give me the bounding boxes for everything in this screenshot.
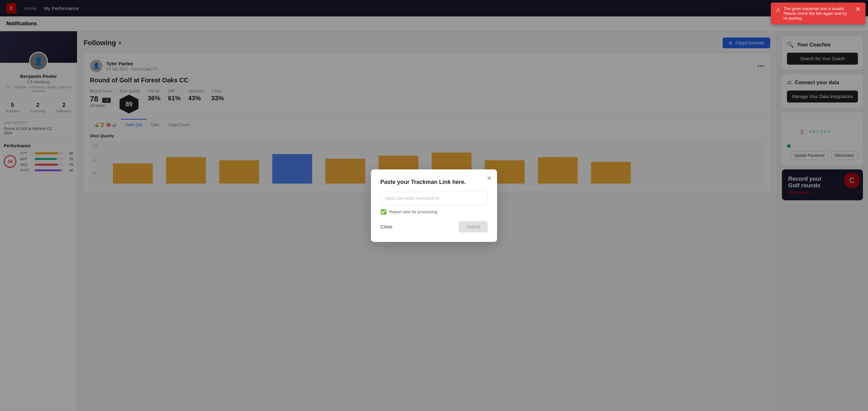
success-check-icon: ✅ xyxy=(380,209,387,215)
error-toast: ⚠ The given trackman link is invalid. Pl… xyxy=(771,2,866,24)
modal-success-message: ✅ Report sent for processing xyxy=(380,209,488,215)
modal-close-button[interactable]: Close xyxy=(380,224,392,229)
modal-actions: Close Submit xyxy=(380,221,488,232)
modal-overlay[interactable]: Paste your Trackman Link here. ✕ ✅ Repor… xyxy=(0,0,868,411)
warning-icon: ⚠ xyxy=(776,7,780,12)
success-text: Report sent for processing xyxy=(389,210,437,214)
trackman-modal: Paste your Trackman Link here. ✕ ✅ Repor… xyxy=(371,169,497,242)
modal-title: Paste your Trackman Link here. xyxy=(380,179,488,186)
toast-close-button[interactable]: ✕ xyxy=(856,6,861,12)
modal-submit-button[interactable]: Submit xyxy=(459,221,488,232)
trackman-link-input[interactable] xyxy=(380,192,488,205)
toast-message: The given trackman link is invalid. Plea… xyxy=(783,6,852,21)
modal-close-x-button[interactable]: ✕ xyxy=(487,175,492,182)
